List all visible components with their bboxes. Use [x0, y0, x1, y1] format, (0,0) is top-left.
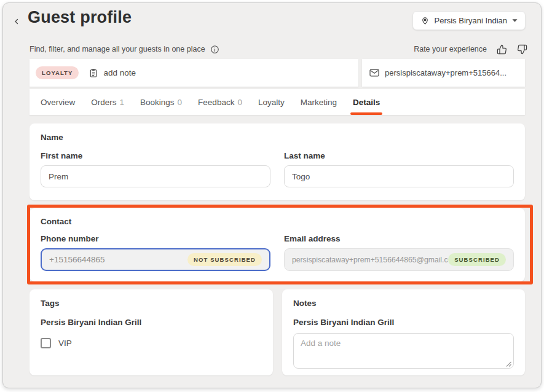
- loyalty-badge: LOYALTY: [36, 66, 79, 79]
- email-field: SUBSCRIBED: [284, 248, 514, 271]
- note-textarea[interactable]: [293, 333, 514, 369]
- note-icon: [89, 68, 98, 78]
- add-note-button[interactable]: add note: [89, 68, 136, 78]
- email-subscription-badge: SUBSCRIBED: [448, 253, 506, 266]
- note-field: [293, 333, 514, 371]
- last-name-label: Last name: [284, 151, 514, 160]
- tab-marketing[interactable]: Marketing: [301, 89, 337, 115]
- tab-orders[interactable]: Orders1: [91, 89, 124, 115]
- thumbs-up-icon[interactable]: [497, 44, 507, 55]
- vip-checkbox-label: VIP: [58, 339, 72, 348]
- tab-overview[interactable]: Overview: [41, 89, 75, 115]
- vip-tag-row: VIP: [41, 338, 262, 348]
- location-label: Persis Biryani Indian: [435, 16, 508, 25]
- tags-section: Tags Persis Biryani Indian Grill VIP: [30, 289, 273, 375]
- profile-tabbar: Overview Orders1 Bookings0 Feedback0 Loy…: [30, 89, 525, 115]
- page-title: Guest profile: [28, 8, 132, 27]
- screen: Guest profile Persis Biryani Indian Find…: [0, 0, 544, 392]
- info-icon[interactable]: [210, 45, 219, 54]
- last-name-input[interactable]: [284, 165, 514, 187]
- tags-section-title: Tags: [41, 299, 262, 308]
- tab-details[interactable]: Details: [353, 89, 380, 115]
- tab-bookings[interactable]: Bookings0: [140, 89, 182, 115]
- name-section-title: Name: [41, 133, 514, 142]
- chevron-left-icon: [13, 18, 20, 25]
- name-section: Name First name Last name: [30, 123, 525, 200]
- vip-checkbox[interactable]: [41, 338, 51, 348]
- first-name-label: First name: [41, 151, 270, 160]
- notes-restaurant-name: Persis Biryani Indian Grill: [293, 318, 514, 327]
- add-note-label: add note: [103, 68, 136, 77]
- notes-section-title: Notes: [293, 299, 514, 308]
- email-input[interactable]: [292, 256, 448, 264]
- location-selector[interactable]: Persis Biryani Indian: [412, 11, 526, 30]
- first-name-input[interactable]: [41, 165, 270, 187]
- notes-section: Notes Persis Biryani Indian Grill: [282, 289, 525, 375]
- tab-loyalty[interactable]: Loyalty: [258, 89, 285, 115]
- email-icon: [369, 69, 379, 77]
- contact-section: Contact Phone number NOT SUBSCRIBED Emai…: [30, 208, 525, 281]
- resize-grip-icon[interactable]: [505, 361, 511, 367]
- email-label: Email address: [284, 234, 514, 243]
- phone-subscription-badge: NOT SUBSCRIBED: [187, 253, 262, 266]
- phone-label: Phone number: [41, 234, 270, 243]
- guest-email-truncated: persispiscataway+prem+515664...: [385, 68, 507, 77]
- back-button[interactable]: [10, 15, 23, 28]
- map-pin-icon: [420, 16, 430, 25]
- subheader: Find, filter, and manage all your guests…: [30, 42, 527, 56]
- phone-field: NOT SUBSCRIBED: [41, 248, 270, 271]
- rate-experience-label: Rate your experience: [414, 45, 487, 53]
- guest-summary-right: persispiscataway+prem+515664...: [362, 59, 525, 87]
- caret-down-icon: [512, 18, 518, 23]
- tab-feedback[interactable]: Feedback0: [198, 89, 242, 115]
- guest-profile-window: Guest profile Persis Biryani Indian Find…: [2, 2, 542, 388]
- rate-experience-group: Rate your experience: [414, 44, 527, 55]
- thumbs-down-icon[interactable]: [517, 44, 527, 55]
- phone-input[interactable]: [49, 255, 187, 264]
- subheader-description: Find, filter, and manage all your guests…: [30, 45, 205, 53]
- guest-summary-left: LOYALTY add note: [30, 59, 358, 87]
- tags-restaurant-name: Persis Biryani Indian Grill: [41, 318, 262, 327]
- contact-section-title: Contact: [41, 217, 514, 226]
- subheader-description-group: Find, filter, and manage all your guests…: [30, 45, 219, 54]
